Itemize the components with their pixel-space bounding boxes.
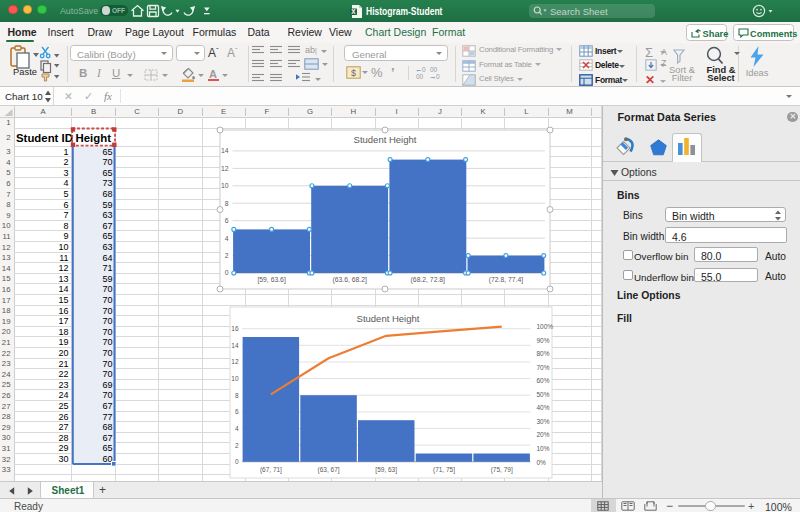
svg-text:18: 18 — [59, 327, 69, 337]
svg-text:14: 14 — [59, 284, 69, 294]
svg-text:(67, 71]: (67, 71] — [260, 466, 282, 474]
svg-text:24: 24 — [2, 370, 11, 379]
svg-text:12: 12 — [221, 165, 229, 172]
svg-text:19: 19 — [2, 317, 11, 326]
svg-text:60%: 60% — [537, 377, 550, 384]
svg-text:7: 7 — [64, 210, 69, 220]
svg-text:73: 73 — [102, 178, 112, 188]
svg-text:65: 65 — [102, 168, 112, 178]
svg-text:64: 64 — [102, 253, 112, 263]
svg-text:80%: 80% — [537, 350, 550, 357]
svg-text:70: 70 — [102, 337, 112, 347]
svg-text:67: 67 — [102, 401, 112, 411]
svg-text:26: 26 — [59, 412, 69, 422]
svg-text:0: 0 — [436, 73, 440, 80]
svg-text:17: 17 — [2, 296, 11, 305]
svg-text:70%: 70% — [537, 364, 550, 371]
svg-text:L: L — [524, 107, 529, 116]
svg-text:22: 22 — [59, 369, 69, 379]
svg-text:27: 27 — [59, 422, 69, 432]
svg-text:8: 8 — [225, 200, 229, 207]
svg-text:8: 8 — [235, 392, 239, 399]
svg-text:12: 12 — [231, 358, 239, 365]
svg-text:3: 3 — [64, 168, 69, 178]
svg-text:Student ID: Student ID — [16, 132, 73, 144]
svg-text:G: G — [307, 107, 313, 116]
svg-text:B: B — [91, 107, 96, 116]
svg-text:2: 2 — [235, 442, 239, 449]
svg-text:A: A — [40, 107, 46, 116]
svg-text:27: 27 — [2, 402, 11, 411]
svg-text:9: 9 — [6, 211, 10, 220]
svg-text:(63.6, 68.2]: (63.6, 68.2] — [333, 276, 367, 284]
svg-text:0: 0 — [422, 66, 426, 73]
svg-text:C: C — [134, 107, 140, 116]
svg-text:30%: 30% — [537, 418, 550, 425]
svg-text:70: 70 — [102, 295, 112, 305]
svg-text:2: 2 — [64, 157, 69, 167]
svg-text:50%: 50% — [537, 391, 550, 398]
svg-text:[59, 63.6]: [59, 63.6] — [257, 276, 285, 284]
svg-text:20%: 20% — [537, 431, 550, 438]
svg-text:6: 6 — [235, 408, 239, 415]
svg-text:4: 4 — [6, 158, 11, 167]
svg-text:16: 16 — [59, 306, 69, 316]
svg-text:19: 19 — [59, 337, 69, 347]
svg-text:13: 13 — [2, 253, 11, 262]
svg-text:21: 21 — [59, 359, 69, 369]
svg-text:32: 32 — [2, 455, 11, 464]
svg-text:E: E — [221, 107, 226, 116]
svg-text:14: 14 — [221, 147, 229, 154]
svg-text:6: 6 — [6, 179, 10, 188]
svg-text:14: 14 — [2, 264, 11, 273]
svg-text:H: H — [351, 107, 357, 116]
svg-text:4: 4 — [235, 425, 239, 432]
svg-text:Student Height: Student Height — [357, 313, 420, 324]
svg-text:9: 9 — [64, 231, 69, 241]
svg-text:65: 65 — [102, 443, 112, 453]
svg-text:Height: Height — [76, 132, 112, 144]
svg-text:4: 4 — [64, 178, 69, 188]
svg-text:6: 6 — [64, 200, 69, 210]
svg-text:100%: 100% — [537, 323, 554, 330]
svg-text:26: 26 — [2, 391, 11, 400]
svg-text:23: 23 — [2, 359, 11, 368]
svg-text:(63, 67]: (63, 67] — [318, 466, 340, 474]
svg-text:2: 2 — [6, 133, 10, 142]
svg-text:23: 23 — [59, 380, 69, 390]
svg-text:8: 8 — [6, 200, 10, 209]
svg-text:22: 22 — [2, 349, 11, 358]
svg-text:24: 24 — [59, 390, 69, 400]
svg-text:40%: 40% — [537, 404, 550, 411]
svg-text:4: 4 — [225, 235, 229, 242]
svg-text:65: 65 — [102, 147, 112, 157]
svg-text:$: $ — [351, 67, 356, 77]
svg-text:00: 00 — [416, 73, 424, 80]
svg-text:3: 3 — [6, 147, 10, 156]
svg-text:1: 1 — [6, 118, 10, 127]
svg-text:68: 68 — [102, 422, 112, 432]
svg-text:59: 59 — [102, 274, 112, 284]
svg-text:F: F — [265, 107, 270, 116]
svg-text:J: J — [438, 107, 442, 116]
svg-text:10%: 10% — [537, 445, 550, 452]
svg-text:21: 21 — [2, 338, 11, 347]
svg-text:70: 70 — [102, 284, 112, 294]
svg-text:5: 5 — [64, 189, 69, 199]
svg-text:0: 0 — [225, 269, 229, 276]
svg-text:17: 17 — [59, 316, 69, 326]
svg-text:10: 10 — [2, 221, 11, 230]
svg-text:5: 5 — [6, 168, 11, 177]
svg-text:25: 25 — [59, 401, 69, 411]
svg-text:13: 13 — [59, 274, 69, 284]
svg-text:11: 11 — [2, 232, 10, 241]
svg-text:(75, 79]: (75, 79] — [491, 466, 513, 474]
svg-text:16: 16 — [2, 285, 11, 294]
svg-text:63: 63 — [102, 210, 112, 220]
svg-text:90%: 90% — [537, 337, 550, 344]
svg-text:70: 70 — [102, 348, 112, 358]
svg-text:70: 70 — [102, 306, 112, 316]
svg-text:16: 16 — [231, 325, 239, 332]
svg-text:29: 29 — [59, 443, 69, 453]
svg-text:D: D — [178, 107, 184, 116]
